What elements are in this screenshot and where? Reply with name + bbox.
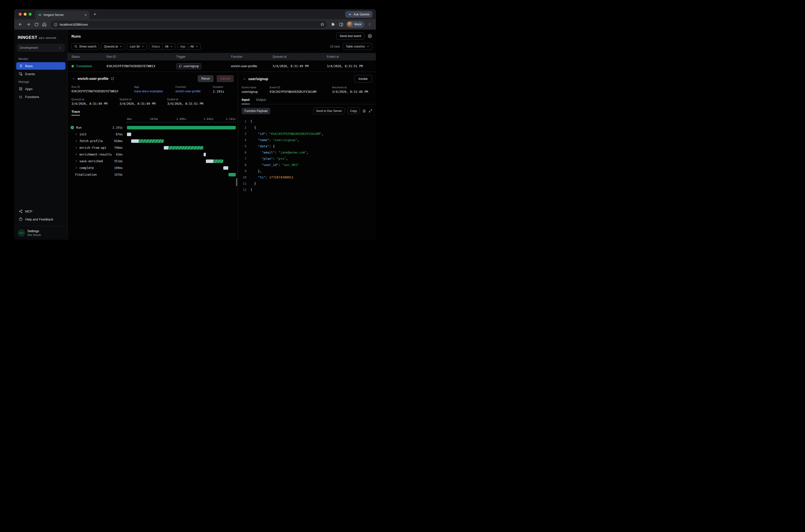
home-button[interactable]: [41, 21, 48, 28]
table-columns-button[interactable]: Table columns: [343, 43, 372, 50]
minimize-window-button[interactable]: [24, 13, 26, 16]
chevron-down-icon[interactable]: [72, 77, 75, 80]
started-at-value: 3/4/2026, 8:31:49 PM: [119, 102, 167, 106]
sidebar-item-events[interactable]: Events: [16, 70, 65, 78]
ended-at-label: Ended at: [167, 98, 203, 101]
tab-strip: Inngest Server Ask Gemini: [14, 9, 376, 19]
sidebar-settings[interactable]: </> Settings Dev Server: [14, 226, 68, 240]
queued-at-filter[interactable]: Queued at: [101, 43, 125, 50]
invoke-button[interactable]: Invoke: [354, 75, 372, 82]
select-chevrons-icon: [59, 46, 62, 50]
run-title: enrich-user-profile: [78, 77, 109, 81]
app-filter[interactable]: App All: [177, 43, 201, 50]
cancel-button[interactable]: Cancel: [217, 75, 234, 82]
trace-span-row[interactable]: enrichment-results 43ms: [68, 151, 238, 158]
runs-count: 13 runs: [330, 45, 340, 48]
external-link-icon[interactable]: [111, 77, 114, 80]
copy-button[interactable]: Copy: [347, 108, 360, 114]
bookmark-star-icon[interactable]: [320, 22, 324, 26]
sidebar-item-functions[interactable]: Functions: [16, 93, 65, 100]
queued-at-value: 3/4/2026, 8:31:49 PM: [72, 102, 119, 106]
event-name-label: Event name: [242, 86, 269, 89]
code-line: 11 }: [238, 180, 376, 187]
sidebar: INNGEST DEV SERVER Development Monitor R…: [14, 30, 68, 240]
trace-span-row[interactable]: enrich-from-api 798ms: [68, 144, 238, 151]
trace-span-duration: 658ms: [114, 139, 127, 143]
send-test-event-button[interactable]: Send test event: [336, 33, 364, 40]
expand-icon[interactable]: [369, 109, 372, 113]
trace-span-bar: [204, 153, 206, 156]
side-panel-icon[interactable]: [337, 21, 345, 28]
received-at-label: Received at: [332, 86, 368, 89]
ask-gemini-button[interactable]: Ask Gemini: [345, 11, 372, 18]
table-row[interactable]: Completed 01KJXSYPZYB6TH2DSDSYETWN1X use…: [68, 60, 376, 72]
run-id-cell: 01KJXSYPZYB6TH2DSDSYETWN1X: [107, 64, 176, 68]
sidebar-item-mcp[interactable]: MCP: [16, 208, 65, 215]
function-cell: enrich-user-profile: [231, 64, 273, 68]
site-info-icon[interactable]: [54, 23, 57, 26]
maximize-window-button[interactable]: [29, 13, 32, 16]
code-line: 4 "name": "user/signup",: [238, 137, 376, 143]
panel-scrollbar[interactable]: [236, 178, 237, 186]
function-label: Function: [175, 86, 213, 88]
trace-span-row[interactable]: fetch-profile 658ms: [68, 138, 238, 144]
logo-row: INNGEST DEV SERVER: [14, 33, 68, 44]
events-icon: [19, 72, 23, 76]
sidebar-item-help[interactable]: Help and Feedback: [16, 215, 65, 223]
event-id-value: 01KJXSYPSFHBXX03GRJFV3A16M: [269, 90, 332, 94]
code-block[interactable]: 1 [ 2 { 3 "id": "01KJXSYPSFHBXX03GRJFV3A…: [238, 117, 376, 193]
chevron-right-icon: [75, 160, 77, 162]
chevron-down-icon: [367, 45, 369, 48]
time-range-filter[interactable]: Last 3d: [127, 43, 147, 50]
queued-at-cell: 3/4/2026, 8:31:49 PM: [273, 64, 327, 68]
trace-span-row[interactable]: save-enriched 351ms: [68, 158, 238, 165]
forward-button[interactable]: [25, 21, 32, 28]
word-wrap-icon[interactable]: [362, 109, 366, 113]
trace-span-duration: 43ms: [116, 153, 127, 156]
trace-span-row[interactable]: Finalization 147ms: [68, 171, 238, 178]
profile-chip[interactable]: Work: [346, 21, 364, 28]
tab-close-icon[interactable]: [84, 13, 87, 17]
inngest-logo: INNGEST: [18, 35, 37, 40]
url-text[interactable]: localhost:8288/runs: [60, 23, 318, 26]
browser-menu-icon[interactable]: [366, 21, 373, 28]
trace-span-row[interactable]: init 87ms: [68, 131, 238, 138]
url-bar[interactable]: localhost:8288/runs: [51, 21, 327, 28]
trace-span-bar: [228, 173, 236, 176]
function-link[interactable]: enrich-user-profile: [175, 90, 213, 93]
show-search-button[interactable]: Show search: [72, 43, 99, 50]
sidebar-item-runs[interactable]: Runs: [16, 62, 65, 70]
chevron-right-icon: [75, 133, 77, 135]
reload-button[interactable]: [33, 21, 40, 28]
trace-span-label: Finalization: [75, 173, 97, 176]
trace-span-row[interactable]: complete 100ms: [68, 165, 238, 171]
tab-input[interactable]: Input: [242, 98, 250, 104]
line-number: 3: [238, 131, 246, 137]
code-line: 1 [: [238, 118, 376, 125]
browser-window: Inngest Server Ask Gemini local: [14, 9, 376, 240]
code-line: 9 },: [238, 168, 376, 174]
browser-tab[interactable]: Inngest Server: [35, 11, 89, 19]
environment-select[interactable]: Development: [17, 44, 64, 52]
rerun-button[interactable]: Rerun: [198, 75, 213, 82]
check-circle-icon: [71, 126, 74, 129]
new-tab-button[interactable]: [92, 11, 98, 17]
trigger-chip[interactable]: user/signup: [176, 63, 201, 69]
chevron-down-icon[interactable]: [243, 77, 246, 81]
trace-span-row[interactable]: Run 2.191s: [68, 124, 238, 131]
back-button[interactable]: [17, 21, 24, 28]
tab-trace[interactable]: Trace: [72, 110, 80, 115]
event-tabs: Input Output: [238, 94, 376, 104]
tab-output[interactable]: Output: [256, 98, 266, 104]
gear-icon[interactable]: [368, 34, 372, 38]
app-link[interactable]: trace-docs-examples: [134, 90, 175, 93]
line-number: 5: [238, 143, 246, 149]
help-icon: [19, 217, 23, 221]
sidebar-item-apps[interactable]: Apps: [16, 85, 65, 93]
send-to-dev-server-button[interactable]: Send to Dev Server: [313, 108, 345, 114]
status-filter[interactable]: Status All: [149, 43, 175, 50]
close-window-button[interactable]: [19, 13, 22, 16]
trace-span-label: enrich-from-api: [79, 146, 106, 150]
line-number: 4: [238, 137, 246, 143]
extensions-icon[interactable]: [329, 21, 337, 28]
